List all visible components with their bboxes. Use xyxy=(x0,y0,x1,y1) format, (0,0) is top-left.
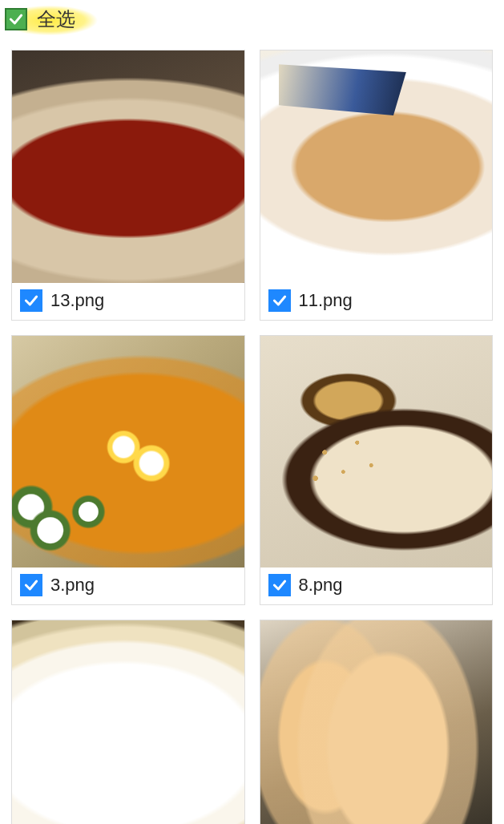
item-checkbox[interactable] xyxy=(268,289,291,312)
thumbnail-image xyxy=(12,620,244,824)
checkmark-icon xyxy=(23,293,39,309)
file-tile[interactable]: 11.png xyxy=(260,50,494,321)
checkmark-icon xyxy=(272,577,288,593)
tile-footer: 3.png xyxy=(12,568,244,604)
thumbnail-image xyxy=(260,50,493,283)
thumbnail-image xyxy=(260,620,493,824)
file-tile[interactable]: 3.png xyxy=(11,335,245,606)
checkmark-icon xyxy=(23,577,39,593)
tile-footer: 8.png xyxy=(260,568,493,604)
thumbnail-image xyxy=(260,336,493,568)
file-tile[interactable]: 8.png xyxy=(260,335,494,606)
checkmark-icon xyxy=(272,293,288,309)
thumbnail-image xyxy=(12,50,244,283)
tile-footer: 11.png xyxy=(260,283,493,320)
item-checkbox[interactable] xyxy=(268,574,291,596)
select-all-checkbox[interactable] xyxy=(5,8,27,30)
thumbnail-image xyxy=(12,336,244,568)
file-tile[interactable]: 26.png xyxy=(260,620,494,824)
filename-label: 13.png xyxy=(50,290,104,311)
file-tile[interactable]: 13.png xyxy=(11,50,245,321)
filename-label: 8.png xyxy=(299,575,343,596)
thumbnail-grid: 13.png 11.png 3.png 8.png xyxy=(0,38,504,824)
filename-label: 3.png xyxy=(50,575,95,596)
file-tile[interactable]: 6.png xyxy=(11,620,245,824)
item-checkbox[interactable] xyxy=(20,574,42,596)
select-all-label: 全选 xyxy=(37,6,75,32)
header-bar: 全选 xyxy=(0,0,504,38)
item-checkbox[interactable] xyxy=(20,289,42,312)
checkmark-icon xyxy=(8,11,24,27)
filename-label: 11.png xyxy=(299,290,353,311)
tile-footer: 13.png xyxy=(12,283,244,320)
